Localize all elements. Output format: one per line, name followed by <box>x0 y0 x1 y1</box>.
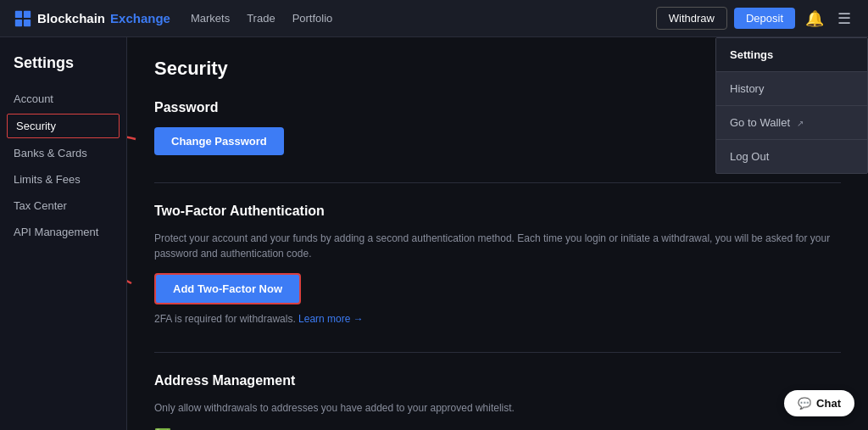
sidebar: Settings Account Security Banks & Cards … <box>0 37 127 430</box>
change-password-button[interactable]: Change Password <box>154 127 284 155</box>
nav-portfolio[interactable]: Portfolio <box>292 12 333 25</box>
nav-markets[interactable]: Markets <box>191 12 230 25</box>
chat-label: Chat <box>816 397 841 410</box>
divider-1 <box>154 182 841 183</box>
dropdown-menu: Settings History Go to Wallet ↗ Log Out <box>715 37 868 174</box>
sidebar-item-security[interactable]: Security <box>7 114 120 138</box>
blockchain-icon <box>14 9 32 28</box>
main-nav: Markets Trade Portfolio <box>191 12 332 25</box>
learn-more-link[interactable]: Learn more → <box>298 313 364 325</box>
tfa-section: Two-Factor Authentication Protect your a… <box>154 204 841 325</box>
header: Blockchain Exchange Markets Trade Portfo… <box>0 0 868 37</box>
tfa-desc: Protect your account and your funds by a… <box>154 231 841 261</box>
sidebar-item-account[interactable]: Account <box>0 86 126 112</box>
sidebar-item-tax[interactable]: Tax Center <box>0 193 126 219</box>
nav-trade[interactable]: Trade <box>247 12 275 25</box>
tfa-note: 2FA is required for withdrawals. Learn m… <box>154 313 841 325</box>
svg-rect-0 <box>15 10 22 17</box>
menu-icon[interactable]: ☰ <box>834 6 854 31</box>
chat-button[interactable]: 💬 Chat <box>784 390 854 416</box>
divider-2 <box>154 352 841 353</box>
notification-icon[interactable]: 🔔 <box>802 6 827 31</box>
arrow-to-security <box>127 114 144 165</box>
svg-rect-1 <box>24 10 31 17</box>
dropdown-wallet[interactable]: Go to Wallet ↗ <box>716 106 867 140</box>
address-title: Address Management <box>154 373 841 388</box>
tfa-title: Two-Factor Authentication <box>154 204 841 219</box>
sidebar-title: Settings <box>0 54 126 86</box>
logo-text-exchange: Exchange <box>110 11 170 25</box>
address-desc: Only allow withdrawals to addresses you … <box>154 400 841 416</box>
header-left: Blockchain Exchange Markets Trade Portfo… <box>14 9 332 28</box>
address-section: Address Management Only allow withdrawal… <box>154 373 841 430</box>
external-link-icon: ↗ <box>797 119 804 128</box>
logo-text-blockchain: Blockchain <box>37 11 105 25</box>
dropdown-settings[interactable]: Settings <box>716 38 867 72</box>
arrow-to-2fa <box>127 232 144 292</box>
chat-icon: 💬 <box>798 397 811 410</box>
svg-rect-3 <box>24 19 31 25</box>
add-2fa-button[interactable]: Add Two-Factor Now <box>154 273 301 304</box>
sidebar-item-api[interactable]: API Management <box>0 219 126 245</box>
sidebar-item-limits[interactable]: Limits & Fees <box>0 166 126 193</box>
withdraw-button[interactable]: Withdraw <box>656 7 727 30</box>
dropdown-logout[interactable]: Log Out <box>716 140 867 173</box>
svg-rect-2 <box>15 19 22 25</box>
dropdown-history[interactable]: History <box>716 72 867 106</box>
logo: Blockchain Exchange <box>14 9 170 28</box>
sidebar-item-banks[interactable]: Banks & Cards <box>0 140 126 166</box>
header-right: Withdraw Deposit 🔔 ☰ <box>656 6 854 31</box>
deposit-button[interactable]: Deposit <box>734 8 795 29</box>
